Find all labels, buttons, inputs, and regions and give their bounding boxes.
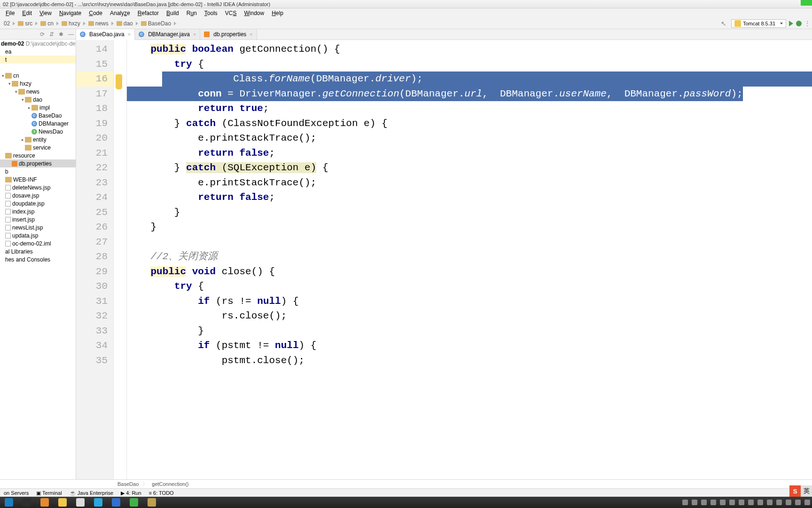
project-tree[interactable]: ⟳ ⇵ ✱ — demo-02 D:\javacode\jdbc-demo-ea… <box>0 29 76 479</box>
tray-icon[interactable] <box>786 500 791 505</box>
tree-collapse-icon[interactable]: ⇵ <box>49 31 54 38</box>
taskbar-app[interactable] <box>107 497 125 508</box>
close-icon[interactable]: × <box>128 32 131 37</box>
code-line[interactable]: try { <box>127 57 812 72</box>
main-menu[interactable]: File Edit View Navigate Code Analyze Ref… <box>0 8 812 18</box>
breadcrumb-item[interactable]: news <box>86 20 110 27</box>
breadcrumb-item[interactable]: dao <box>115 20 135 27</box>
tray-icon[interactable] <box>757 500 763 505</box>
ime-lang-icon[interactable]: 英 <box>801 485 812 497</box>
breadcrumb-item[interactable]: hxzy <box>60 20 82 27</box>
code-line[interactable]: e.printStackTrace(); <box>127 175 812 190</box>
tree-item[interactable]: updata.jsp <box>0 231 76 239</box>
taskbar-app[interactable] <box>143 497 161 508</box>
windows-taskbar[interactable] <box>0 497 812 508</box>
taskbar-app[interactable] <box>89 497 107 508</box>
code-line[interactable]: return true; <box>127 101 812 116</box>
code-line[interactable]: } <box>127 220 812 235</box>
tool-window-tab[interactable]: ☕ Java Enterprise <box>66 490 117 496</box>
tool-window-tab[interactable]: ▶ 4: Run <box>117 490 145 496</box>
taskbar-app[interactable] <box>18 497 36 508</box>
tool-window-tab[interactable]: ▣ Terminal <box>32 490 65 496</box>
tree-item[interactable]: INewsDao <box>0 127 76 135</box>
menu-edit[interactable]: Edit <box>18 9 36 17</box>
editor-tabs[interactable]: CBaseDao.java×CDBManager.java×db.propert… <box>76 29 812 40</box>
tree-item[interactable]: ▾dao <box>0 95 76 103</box>
code-line[interactable]: if (rs != null) { <box>127 294 812 309</box>
tree-item[interactable]: newsList.jsp <box>0 223 76 231</box>
tree-item[interactable]: hes and Consoles <box>0 255 76 263</box>
debug-button[interactable] <box>796 21 802 26</box>
run-button[interactable] <box>789 21 793 26</box>
tree-item[interactable]: WEB-INF <box>0 175 76 183</box>
code-line[interactable]: } catch (SQLException e) { <box>127 160 812 175</box>
tree-item[interactable] <box>0 64 76 71</box>
tool-window-tab[interactable]: on Servers <box>0 490 32 496</box>
code-line[interactable]: } <box>127 324 812 339</box>
tree-item[interactable]: db.properties <box>0 159 76 167</box>
taskbar-app[interactable] <box>36 497 54 508</box>
code-line[interactable]: public boolean getConnection() { <box>127 42 812 57</box>
tree-root[interactable]: demo-02 D:\javacode\jdbc-demo- <box>0 40 76 48</box>
tray-icon[interactable] <box>692 500 697 505</box>
menu-code[interactable]: Code <box>85 9 106 17</box>
breadcrumb[interactable]: 02srccnhxzynewsdaoBaseDao <box>2 20 719 27</box>
taskbar-app[interactable] <box>54 497 71 508</box>
code-line[interactable]: Class.forName(DBManager.driver); <box>127 71 812 87</box>
close-icon[interactable]: × <box>193 32 196 37</box>
tree-item[interactable]: ▸entity <box>0 135 76 143</box>
code-line[interactable]: try { <box>127 279 812 294</box>
taskbar-app[interactable] <box>71 497 89 508</box>
tool-window-tab[interactable]: ≡ 6: TODO <box>145 490 178 496</box>
menu-analyze[interactable]: Analyze <box>106 9 134 17</box>
crumb-method[interactable]: getConnection() <box>152 481 188 487</box>
code-line[interactable]: rs.close(); <box>127 309 812 324</box>
crumb-class[interactable]: BaseDao <box>117 481 139 487</box>
code-line[interactable]: pstmt.close(); <box>127 353 812 368</box>
system-tray[interactable] <box>682 497 810 508</box>
tree-item[interactable]: oc-demo-02.iml <box>0 239 76 247</box>
tray-icon[interactable] <box>729 500 735 505</box>
tree-item[interactable]: ▾news <box>0 87 76 95</box>
menu-window[interactable]: Window <box>240 9 268 17</box>
tray-icon[interactable] <box>710 500 716 505</box>
tray-icon[interactable] <box>720 500 726 505</box>
tree-item[interactable]: dosave.jsp <box>0 191 76 199</box>
code-line[interactable]: return false; <box>127 190 812 205</box>
menu-navigate[interactable]: Navigate <box>55 9 85 17</box>
menu-view[interactable]: View <box>36 9 55 17</box>
tree-item[interactable]: service <box>0 143 76 151</box>
ime-indicator[interactable]: S 英 <box>789 485 812 497</box>
tray-icon[interactable] <box>701 500 707 505</box>
code-line[interactable]: if (pstmt != null) { <box>127 338 812 353</box>
more-run-icon[interactable]: ⋮ <box>804 20 810 27</box>
tray-icon[interactable] <box>776 500 782 505</box>
tree-item[interactable]: ▾cn <box>0 71 76 79</box>
close-icon[interactable]: × <box>250 32 252 37</box>
taskbar-app[interactable] <box>0 497 18 508</box>
code-line[interactable]: return false; <box>127 146 812 161</box>
code-line[interactable]: } <box>127 205 812 220</box>
menu-help[interactable]: Help <box>268 9 287 17</box>
menu-run[interactable]: Run <box>183 9 201 17</box>
code-content[interactable]: public boolean getConnection() { try { C… <box>127 40 812 479</box>
tree-hide-icon[interactable]: — <box>68 31 74 38</box>
breadcrumb-item[interactable]: src <box>16 20 34 27</box>
tree-item[interactable]: CBaseDao <box>0 111 76 119</box>
code-line[interactable]: //2、关闭资源 <box>127 249 812 264</box>
breadcrumb-item[interactable]: cn <box>39 20 55 27</box>
breadcrumb-item[interactable]: 02 <box>2 20 12 27</box>
tray-icon[interactable] <box>795 500 801 505</box>
tree-settings-icon[interactable]: ✱ <box>59 31 63 38</box>
tree-item[interactable]: al Libraries <box>0 247 76 255</box>
tray-icon[interactable] <box>748 500 754 505</box>
code-line[interactable]: conn = DriverManager.getConnection(DBMan… <box>127 87 812 102</box>
editor-tab[interactable]: db.properties× <box>200 29 257 40</box>
tree-item[interactable]: insert.jsp <box>0 215 76 223</box>
tree-item[interactable]: doupdate.jsp <box>0 199 76 207</box>
tree-item[interactable]: b <box>0 167 76 175</box>
tray-icon[interactable] <box>767 500 773 505</box>
tree-item[interactable]: ea <box>0 48 76 56</box>
code-line[interactable] <box>127 235 812 250</box>
code-breadcrumb[interactable]: BaseDao 〉 getConnection() <box>0 479 812 488</box>
